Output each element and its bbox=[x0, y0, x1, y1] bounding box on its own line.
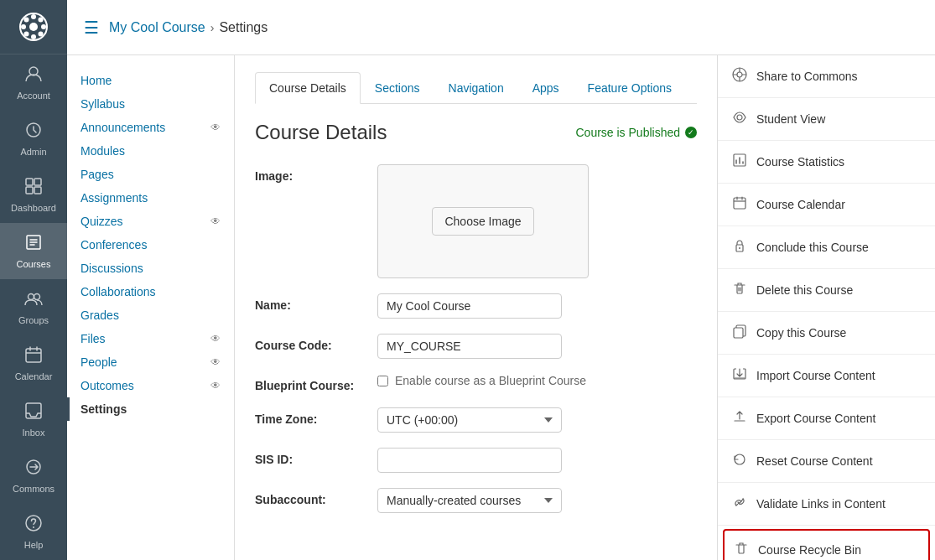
svg-point-17 bbox=[29, 294, 34, 300]
sidebar-item-calendar[interactable]: Calendar bbox=[0, 335, 67, 391]
timezone-select[interactable]: UTC (+00:00) bbox=[377, 407, 562, 433]
sidebar-item-groups[interactable]: Groups bbox=[0, 279, 67, 335]
course-code-input[interactable] bbox=[377, 334, 562, 359]
sidebar-item-admin-label: Admin bbox=[20, 147, 46, 157]
timezone-label: Time Zone: bbox=[255, 407, 364, 426]
right-panel-student-view[interactable]: Student View bbox=[718, 98, 935, 141]
svg-point-26 bbox=[737, 115, 742, 120]
breadcrumb-course-link[interactable]: My Cool Course bbox=[109, 20, 205, 35]
published-badge: Course is Published ✓ bbox=[575, 126, 697, 139]
timezone-field-row: Time Zone: UTC (+00:00) bbox=[255, 407, 697, 433]
subaccount-select[interactable]: Manually-created courses bbox=[377, 488, 562, 513]
announcements-eye-icon: 👁 bbox=[210, 122, 221, 133]
nav-item-pages[interactable]: Pages bbox=[67, 163, 234, 186]
hamburger-button[interactable]: ☰ bbox=[84, 18, 99, 38]
main-area: ☰ My Cool Course › Settings Home Syllabu… bbox=[67, 0, 935, 560]
svg-rect-15 bbox=[34, 187, 41, 194]
right-panel-validate-links[interactable]: Validate Links in Content bbox=[718, 483, 935, 526]
sis-id-input[interactable] bbox=[377, 448, 562, 473]
svg-point-2 bbox=[31, 14, 36, 19]
admin-icon bbox=[24, 121, 43, 143]
published-dot: ✓ bbox=[685, 127, 697, 138]
published-label: Course is Published bbox=[575, 126, 680, 139]
recycle-bin-icon bbox=[733, 541, 750, 559]
blueprint-field-value: Enable course as a Blueprint Course bbox=[377, 374, 697, 387]
nav-item-settings[interactable]: Settings bbox=[67, 397, 234, 421]
sidebar-item-dashboard[interactable]: Dashboard bbox=[0, 167, 67, 223]
tab-course-details[interactable]: Course Details bbox=[255, 72, 361, 104]
nav-item-assignments[interactable]: Assignments bbox=[67, 186, 234, 210]
settings-panel: Course Details Sections Navigation Apps … bbox=[235, 55, 717, 560]
settings-tabs: Course Details Sections Navigation Apps … bbox=[255, 72, 697, 104]
right-panel-course-statistics[interactable]: Course Statistics bbox=[718, 141, 935, 184]
sidebar-item-help[interactable]: Help bbox=[0, 504, 67, 560]
section-header: Course Details Course is Published ✓ bbox=[255, 121, 697, 144]
right-panel-delete-course[interactable]: Delete this Course bbox=[718, 269, 935, 312]
tab-apps[interactable]: Apps bbox=[518, 72, 574, 104]
files-eye-icon: 👁 bbox=[210, 333, 221, 345]
validate-links-icon bbox=[731, 495, 748, 513]
inbox-icon bbox=[24, 402, 43, 424]
right-panel-conclude-course[interactable]: Conclude this Course bbox=[718, 226, 935, 269]
sidebar-item-commons-label: Commons bbox=[13, 484, 55, 494]
timezone-field-value: UTC (+00:00) bbox=[377, 407, 697, 433]
reset-content-icon bbox=[731, 452, 748, 470]
right-panel-reset-content[interactable]: Reset Course Content bbox=[718, 440, 935, 483]
export-content-icon bbox=[731, 409, 748, 428]
courses-icon bbox=[24, 233, 43, 256]
nav-item-conferences[interactable]: Conferences bbox=[67, 233, 234, 257]
nav-item-syllabus[interactable]: Syllabus bbox=[67, 92, 234, 116]
tab-navigation[interactable]: Navigation bbox=[434, 72, 518, 104]
course-calendar-icon bbox=[731, 195, 748, 214]
svg-point-6 bbox=[24, 18, 29, 23]
tab-feature-options[interactable]: Feature Options bbox=[574, 72, 686, 104]
nav-item-outcomes[interactable]: Outcomes 👁 bbox=[67, 374, 234, 397]
svg-point-18 bbox=[34, 294, 40, 300]
sis-id-label: SIS ID: bbox=[255, 448, 364, 466]
svg-rect-14 bbox=[26, 187, 33, 194]
sidebar-item-inbox[interactable]: Inbox bbox=[0, 391, 67, 448]
nav-item-collaborations[interactable]: Collaborations bbox=[67, 280, 234, 303]
sis-id-field-value bbox=[377, 448, 697, 473]
nav-item-discussions[interactable]: Discussions bbox=[67, 257, 234, 280]
blueprint-checkbox[interactable] bbox=[377, 376, 388, 386]
tab-sections[interactable]: Sections bbox=[361, 72, 434, 104]
blueprint-field-row: Blueprint Course: Enable course as a Blu… bbox=[255, 374, 697, 392]
nav-item-people[interactable]: People 👁 bbox=[67, 350, 234, 374]
svg-point-8 bbox=[39, 18, 44, 23]
name-field-value bbox=[377, 293, 697, 319]
nav-item-home[interactable]: Home bbox=[67, 69, 234, 92]
right-panel-import-content[interactable]: Import Course Content bbox=[718, 355, 935, 397]
right-panel-share-commons[interactable]: Share to Commons bbox=[718, 55, 935, 98]
breadcrumb: My Cool Course › Settings bbox=[109, 20, 268, 35]
content-area: Home Syllabus Announcements 👁 Modules Pa… bbox=[67, 55, 935, 560]
choose-image-button[interactable]: Choose Image bbox=[432, 207, 533, 236]
nav-item-modules[interactable]: Modules bbox=[67, 139, 234, 163]
course-code-field-row: Course Code: bbox=[255, 334, 697, 359]
name-label: Name: bbox=[255, 293, 364, 312]
nav-item-files[interactable]: Files 👁 bbox=[67, 327, 234, 350]
right-panel-copy-course[interactable]: Copy this Course bbox=[718, 312, 935, 355]
right-panel-export-content[interactable]: Export Course Content bbox=[718, 397, 935, 440]
sidebar-item-admin[interactable]: Admin bbox=[0, 111, 67, 167]
svg-point-3 bbox=[31, 34, 36, 39]
sidebar-item-commons[interactable]: Commons bbox=[0, 448, 67, 504]
sidebar-item-calendar-label: Calendar bbox=[15, 371, 53, 381]
import-content-icon bbox=[731, 366, 748, 385]
svg-point-5 bbox=[41, 24, 46, 29]
nav-item-announcements[interactable]: Announcements 👁 bbox=[67, 116, 234, 139]
svg-rect-19 bbox=[26, 349, 41, 362]
breadcrumb-current: Settings bbox=[219, 20, 268, 35]
sidebar-item-courses[interactable]: Courses bbox=[0, 223, 67, 279]
nav-item-grades[interactable]: Grades bbox=[67, 303, 234, 327]
name-input[interactable] bbox=[377, 293, 562, 319]
right-panel-recycle-bin[interactable]: Course Recycle Bin bbox=[723, 529, 930, 560]
blueprint-checkbox-label: Enable course as a Blueprint Course bbox=[395, 374, 586, 387]
student-view-icon bbox=[731, 110, 748, 128]
image-field-row: Image: Choose Image bbox=[255, 164, 697, 278]
right-panel: Share to Commons Student View Course Sta… bbox=[717, 55, 935, 560]
right-panel-course-calendar[interactable]: Course Calendar bbox=[718, 184, 935, 226]
nav-item-quizzes[interactable]: Quizzes 👁 bbox=[67, 210, 234, 233]
sidebar-item-help-label: Help bbox=[24, 540, 44, 550]
sidebar-item-account[interactable]: Account bbox=[0, 54, 67, 111]
